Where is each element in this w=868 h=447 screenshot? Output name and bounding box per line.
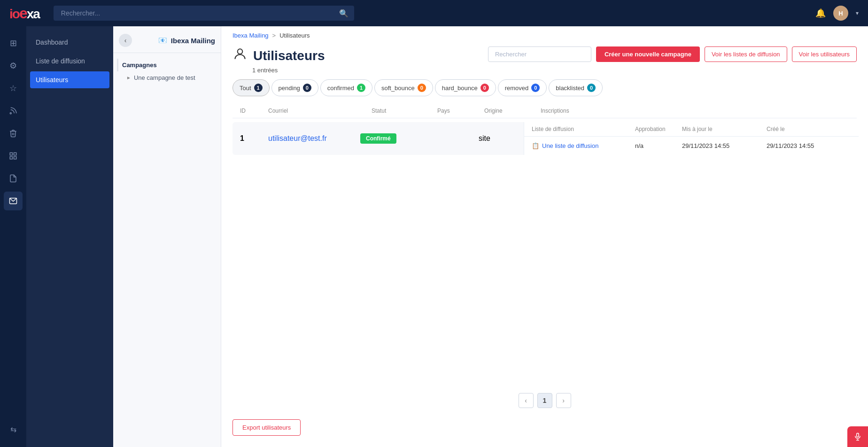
page-header: Utilisateurs 1 entrées Créer une nouvell… [221,39,868,79]
tab-blacklisted-badge: 0 [587,84,596,92]
tab-hard-bounce-label: hard_bounce [442,85,478,92]
svg-point-6 [238,49,243,54]
table-row: 1 utilisateur@test.fr Confirmé site List… [232,122,857,155]
sidebar-icon-gear[interactable]: ⚙ [4,56,23,75]
tab-removed[interactable]: removed 0 [498,79,547,96]
svg-rect-4 [14,157,16,159]
col-courriel: Courriel [268,108,372,114]
tab-tout[interactable]: Tout 1 [232,79,270,96]
tab-confirmed-badge: 1 [357,84,365,92]
sidebar-icon-star[interactable]: ☆ [4,79,23,98]
pagination-page-1[interactable]: 1 [537,393,552,408]
page-subtitle: 1 entrées [252,67,325,74]
logo-xa: xa [27,7,39,21]
cell-id: 1 [240,134,261,143]
content-search-input[interactable] [488,46,591,62]
page-title-icon [232,46,248,65]
table-container: ID Courriel Statut Pays Origine Inscript… [221,96,868,382]
logo: ioexa [9,5,39,22]
panel-title: 📧 Ibexa Mailing [158,36,215,45]
topbar-right: 🔔 H ▾ [815,6,859,21]
col-id: ID [240,108,268,114]
table-row-left: 1 utilisateur@test.fr Confirmé site [232,122,524,155]
middle-panel: ‹ 📧 Ibexa Mailing Campagnes ► Une campag… [113,26,221,447]
mic-button[interactable] [847,426,868,447]
tab-hard-bounce[interactable]: hard_bounce 0 [435,79,496,96]
sidebar-icon-grid[interactable] [4,146,23,165]
inscription-liste-label: Une liste de diffusion [542,142,598,149]
voir-listes-button[interactable]: Voir les listes de diffusion [705,46,787,62]
tab-blacklisted[interactable]: blacklisted 0 [549,79,603,96]
col-inscriptions: Inscriptions [541,108,849,114]
text-sidebar: Dashboard Liste de diffusion Utilisateur… [26,26,113,447]
tab-tout-label: Tout [240,85,251,92]
voir-utilisateurs-button[interactable]: Voir les utilisateurs [792,46,857,62]
sidebar-icon-mail[interactable] [4,192,23,210]
sidebar-item-utilisateurs[interactable]: Utilisateurs [30,71,109,88]
inscriptions-col-mis-a-jour: Mis à jour le [682,126,767,132]
sidebar-icon-doc[interactable] [4,169,23,188]
create-campaign-button[interactable]: Créer une nouvelle campagne [596,46,700,62]
icon-sidebar: ⊞ ⚙ ☆ ⇆ [0,26,26,447]
page-title-wrap: Utilisateurs 1 entrées [232,46,325,74]
tree-section-label: Campagnes [117,59,217,71]
inscription-mis-a-jour: 29/11/2023 14:55 [682,142,767,149]
sidebar-toggle[interactable]: ⇆ [5,419,22,439]
inscriptions-row: 📋 Une liste de diffusion n/a 29/11/2023 … [524,137,859,155]
export-button[interactable]: Export utilisateurs [232,419,301,436]
tree-item-label: Une campagne de test [134,74,195,81]
sidebar-item-dashboard[interactable]: Dashboard [26,34,113,51]
search-icon: 🔍 [339,9,349,18]
tab-pending[interactable]: pending 0 [271,79,318,96]
svg-point-0 [10,113,11,114]
svg-rect-1 [10,153,12,155]
bell-icon[interactable]: 🔔 [815,8,826,18]
sidebar-item-liste-diffusion[interactable]: Liste de diffusion [26,53,113,69]
middle-panel-header: ‹ 📧 Ibexa Mailing [113,34,221,53]
pagination-next[interactable]: › [556,393,571,408]
tab-soft-bounce-label: soft_bounce [381,85,415,92]
status-badge: Confirmé [360,133,396,144]
cell-email[interactable]: utilisateur@test.fr [268,134,353,143]
inscriptions-col-liste: Liste de diffusion [532,126,635,132]
collapse-button[interactable]: ‹ [119,34,132,47]
tree-section: Campagnes ► Une campagne de test [113,53,221,84]
tab-tout-badge: 1 [254,84,263,92]
tab-confirmed[interactable]: confirmed 1 [320,79,372,96]
tab-soft-bounce-badge: 0 [418,84,426,92]
logo-io: io [9,7,19,21]
sidebar-icon-dashboard[interactable]: ⊞ [4,34,23,53]
breadcrumb-link[interactable]: Ibexa Mailing [232,32,269,39]
pagination: ‹ 1 › [221,382,868,419]
topbar: ioexa 🔍 🔔 H ▾ [0,0,868,26]
avatar[interactable]: H [833,6,848,21]
cell-origine: site [479,134,516,143]
tab-removed-badge: 0 [531,84,540,92]
tab-pending-badge: 0 [303,84,311,92]
main-layout: ⊞ ⚙ ☆ ⇆ Dashboard Liste de diffusion Uti… [0,26,868,447]
content-area: Ibexa Mailing > Utilisateurs Utilisateur… [221,26,868,447]
inscription-liste-link[interactable]: 📋 Une liste de diffusion [532,142,635,149]
page-title-row: Utilisateurs [232,46,325,65]
cell-status: Confirmé [360,133,426,144]
svg-rect-7 [857,433,859,437]
global-search-wrap: 🔍 [54,6,354,21]
tab-blacklisted-label: blacklisted [556,85,584,92]
svg-rect-3 [10,157,12,159]
sidebar-icon-trash[interactable] [4,124,23,143]
sidebar-icon-rss[interactable] [4,101,23,120]
tabs-bar: Tout 1 pending 0 confirmed 1 soft_bounce… [221,79,868,96]
table-header: ID Courriel Statut Pays Origine Inscript… [232,104,857,118]
pagination-prev[interactable]: ‹ [519,393,534,408]
col-pays: Pays [437,108,484,114]
panel-title-icon: 📧 [158,36,167,45]
inscriptions-col-cree-le: Créé le [767,126,851,132]
panel-title-text: Ibexa Mailing [171,37,215,45]
global-search-input[interactable] [54,6,354,21]
tab-soft-bounce[interactable]: soft_bounce 0 [374,79,433,96]
tab-pending-label: pending [279,85,300,92]
toggle-icon[interactable]: ⇆ [10,425,16,434]
col-origine: Origine [484,108,541,114]
tree-item-campagne[interactable]: ► Une campagne de test [117,71,217,84]
chevron-down-icon[interactable]: ▾ [856,10,859,16]
